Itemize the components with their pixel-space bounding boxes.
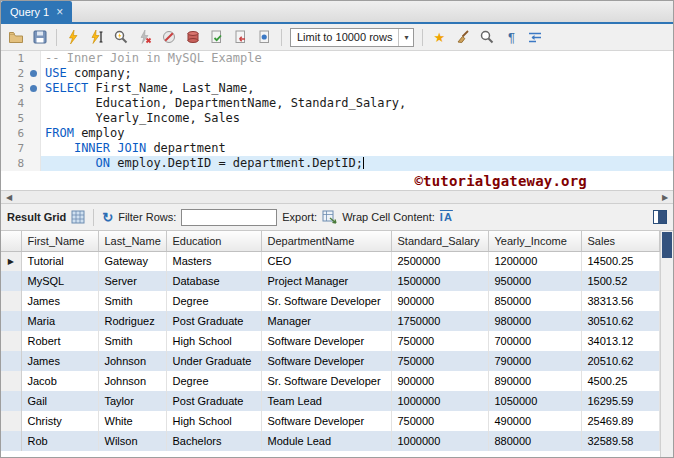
cell[interactable]: Post Graduate [166, 391, 261, 411]
table-row[interactable]: MySQLServerDatabaseProject Manager150000… [1, 271, 660, 291]
tab-query-1[interactable]: Query 1 × [1, 1, 72, 22]
code-line[interactable]: 2USE company; [1, 66, 673, 81]
row-selector[interactable] [1, 291, 21, 311]
row-selector[interactable] [1, 331, 21, 351]
table-row[interactable]: JamesSmithDegreeSr. Software Developer90… [1, 291, 660, 311]
cell[interactable]: Gail [21, 391, 98, 411]
execute-icon[interactable] [62, 27, 84, 48]
cell[interactable]: 980000 [488, 311, 581, 331]
cell[interactable]: 950000 [488, 271, 581, 291]
cell[interactable]: 1000000 [391, 391, 488, 411]
code-line[interactable]: 3SELECT First_Name, Last_Name, [1, 81, 673, 96]
cell[interactable]: Rob [21, 431, 98, 451]
wrap-cell-content-icon[interactable]: IA [440, 211, 453, 223]
cell[interactable]: Masters [166, 251, 261, 271]
cell[interactable]: 14500.25 [581, 251, 660, 271]
cell[interactable]: 490000 [488, 411, 581, 431]
table-row[interactable]: ▶TutorialGatewayMastersCEO25000001200000… [1, 251, 660, 271]
filter-rows-input[interactable] [181, 209, 277, 226]
save-snippet-icon[interactable]: ★ [428, 27, 450, 48]
row-selector[interactable] [1, 391, 21, 411]
cell[interactable]: 1200000 [488, 251, 581, 271]
cell[interactable]: High School [166, 411, 261, 431]
cell[interactable]: Christy [21, 411, 98, 431]
table-row[interactable]: RobertSmithHigh SchoolSoftware Developer… [1, 331, 660, 351]
cell[interactable]: 32589.58 [581, 431, 660, 451]
commit-icon[interactable] [206, 27, 228, 48]
cell[interactable]: Sr. Software Developer [261, 371, 391, 391]
cell[interactable]: 850000 [488, 291, 581, 311]
code-line[interactable]: 6FROM employ [1, 126, 673, 141]
cell[interactable]: Rodriguez [98, 311, 166, 331]
table-row[interactable]: ChristyWhiteHigh SchoolSoftware Develope… [1, 411, 660, 431]
cell[interactable]: Degree [166, 371, 261, 391]
column-header-yearly_income[interactable]: Yearly_Income [488, 231, 581, 251]
cell[interactable]: CEO [261, 251, 391, 271]
cell[interactable]: Johnson [98, 371, 166, 391]
cell[interactable]: 1750000 [391, 311, 488, 331]
editor-horizontal-scrollbar[interactable]: ◀ ▶ [1, 190, 673, 204]
column-header-last_name[interactable]: Last_Name [98, 231, 166, 251]
table-row[interactable]: RobWilsonBachelorsModule Lead10000008800… [1, 431, 660, 451]
cell[interactable]: James [21, 351, 98, 371]
cell[interactable]: Maria [21, 311, 98, 331]
cell[interactable]: Post Graduate [166, 311, 261, 331]
code-line[interactable]: 8 ON employ.DeptID = department.DeptID; [1, 156, 673, 171]
cell[interactable]: 30510.62 [581, 311, 660, 331]
cell[interactable]: 25469.89 [581, 411, 660, 431]
sql-editor[interactable]: 1-- Inner Join in MySQL Example2USE comp… [1, 51, 673, 190]
cell[interactable]: 750000 [391, 411, 488, 431]
column-header-departmentname[interactable]: DepartmentName [261, 231, 391, 251]
cell[interactable]: 900000 [391, 291, 488, 311]
stop-on-error-toggle-icon[interactable] [158, 27, 180, 48]
stop-query-icon[interactable] [134, 27, 156, 48]
cell[interactable]: Under Graduate [166, 351, 261, 371]
cell[interactable]: 750000 [391, 351, 488, 371]
table-row[interactable]: JacobJohnsonDegreeSr. Software Developer… [1, 371, 660, 391]
save-script-icon[interactable] [29, 27, 51, 48]
cell[interactable]: Bachelors [166, 431, 261, 451]
cell[interactable]: 880000 [488, 431, 581, 451]
column-header-standard_salary[interactable]: Standard_Salary [391, 231, 488, 251]
cell[interactable]: Software Developer [261, 331, 391, 351]
cell[interactable]: 700000 [488, 331, 581, 351]
refresh-icon[interactable]: ↻ [102, 211, 113, 224]
column-header-sales[interactable]: Sales [581, 231, 660, 251]
cell[interactable]: 34013.12 [581, 331, 660, 351]
row-selector[interactable] [1, 271, 21, 291]
cell[interactable]: High School [166, 331, 261, 351]
cell[interactable]: Wilson [98, 431, 166, 451]
column-header-first_name[interactable]: First_Name [21, 231, 98, 251]
scroll-right-arrow-icon[interactable]: ▶ [659, 193, 671, 202]
cell[interactable]: 20510.62 [581, 351, 660, 371]
cell[interactable]: 790000 [488, 351, 581, 371]
cell[interactable]: Sr. Software Developer [261, 291, 391, 311]
cell[interactable]: Robert [21, 331, 98, 351]
cell[interactable]: Johnson [98, 351, 166, 371]
cell[interactable]: Gateway [98, 251, 166, 271]
cell[interactable]: Database [166, 271, 261, 291]
cell[interactable]: Software Developer [261, 411, 391, 431]
tab-close-icon[interactable]: × [56, 7, 63, 17]
cell[interactable]: 900000 [391, 371, 488, 391]
cell[interactable]: 38313.56 [581, 291, 660, 311]
table-row[interactable]: GailTaylorPost GraduateTeam Lead10000001… [1, 391, 660, 411]
cell[interactable]: Manager [261, 311, 391, 331]
cell[interactable]: White [98, 411, 166, 431]
cell[interactable]: 1000000 [391, 431, 488, 451]
column-header-education[interactable]: Education [166, 231, 261, 251]
export-icon[interactable] [322, 210, 337, 224]
schema-icon[interactable] [182, 27, 204, 48]
row-selector[interactable] [1, 311, 21, 331]
cell[interactable]: MySQL [21, 271, 98, 291]
beautify-script-icon[interactable] [452, 27, 474, 48]
code-line[interactable]: 5 Yearly_Income, Sales [1, 111, 673, 126]
cell[interactable]: 16295.59 [581, 391, 660, 411]
cell[interactable]: Module Lead [261, 431, 391, 451]
cell[interactable]: Taylor [98, 391, 166, 411]
open-script-icon[interactable] [5, 27, 27, 48]
row-selector[interactable] [1, 411, 21, 431]
cell[interactable]: Server [98, 271, 166, 291]
autocommit-toggle-icon[interactable] [254, 27, 276, 48]
cell[interactable]: 1500.52 [581, 271, 660, 291]
